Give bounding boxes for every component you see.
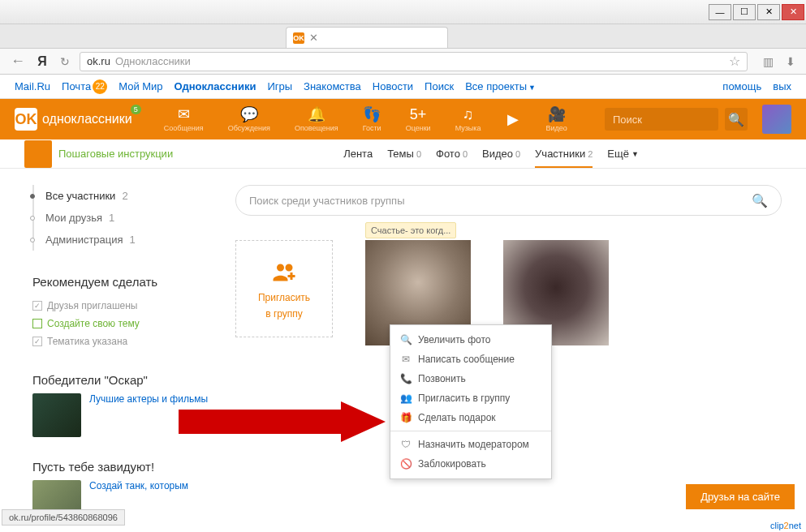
search-link[interactable]: Поиск	[425, 80, 454, 92]
member-context-menu: 🔍Увеличить фото ✉Написать сообщение 📞Поз…	[390, 324, 552, 479]
invite-to-group-card[interactable]: Пригласить в группу	[235, 240, 333, 337]
tab-bar: OK ✕	[0, 24, 806, 49]
friends-on-site-button[interactable]: Друзья на сайте	[686, 484, 795, 509]
tab-more[interactable]: Ещё▼	[607, 148, 639, 160]
group-avatar[interactable]	[24, 140, 52, 168]
tab-videos[interactable]: Видео0	[482, 148, 520, 160]
window-chrome: — ☐ ✕ ✕	[0, 0, 806, 24]
minimize-button[interactable]: —	[709, 4, 731, 20]
footprints-icon: 👣	[364, 106, 380, 122]
nav-label: Сообщения	[164, 124, 204, 132]
music-icon: ♫	[460, 106, 476, 122]
maximize-button[interactable]: ☐	[733, 4, 756, 20]
search-button[interactable]: 🔍	[725, 108, 748, 131]
play-icon: ▶	[505, 111, 521, 127]
url-domain: ok.ru	[87, 55, 110, 67]
sidebar: Все участники 2 Мои друзья 1 Администрац…	[0, 169, 211, 532]
phone-icon: 📞	[400, 373, 412, 384]
chevron-down-icon: ▼	[631, 150, 639, 158]
ok-logo[interactable]: OK одноклассники 5	[15, 108, 148, 131]
nav-label: Оценки	[406, 124, 431, 132]
ctx-invite-group[interactable]: 👥Пригласить в группу	[390, 388, 551, 408]
music-nav[interactable]: ♫Музыка	[455, 106, 481, 132]
nav-label: Оповещения	[295, 124, 338, 132]
mailru-link[interactable]: Mail.Ru	[15, 80, 50, 92]
ctx-send-gift[interactable]: 🎁Сделать подарок	[390, 408, 551, 427]
notification-badge: 5	[131, 105, 141, 114]
bell-icon: 🔔	[308, 106, 325, 122]
promo-oscar-title: Победители "Оскар"	[32, 373, 211, 387]
tab-feed[interactable]: Лента	[343, 148, 373, 160]
chevron-down-icon: ▼	[528, 84, 536, 92]
rec-create-topic[interactable]: Создайте свою тему	[32, 315, 211, 332]
magnifier-icon[interactable]: 🔍	[752, 193, 768, 208]
discussions-nav[interactable]: 💬Обсуждения	[228, 106, 270, 132]
ctx-make-moderator[interactable]: 🛡Назначить модератором	[390, 435, 551, 454]
checkbox-icon	[32, 319, 42, 328]
group-icon: 👥	[400, 393, 412, 404]
ok-logo-text: одноклассники	[42, 112, 132, 127]
extension-icon[interactable]: ▥	[761, 54, 775, 69]
mailru-nav: Mail.Ru Почта22 Мой Мир Одноклассники Иг…	[0, 75, 806, 99]
members-search-input[interactable]: Поиск среди участников группы 🔍	[235, 185, 782, 216]
news-link[interactable]: Новости	[373, 80, 413, 92]
mail-link[interactable]: Почта22	[62, 79, 107, 94]
address-bar[interactable]: ok.ru Одноклассники ☆	[80, 52, 748, 71]
ctx-zoom-photo[interactable]: 🔍Увеличить фото	[390, 330, 551, 350]
filter-my-friends[interactable]: Мои друзья 1	[34, 207, 211, 229]
tab-close-icon[interactable]: ✕	[309, 32, 318, 44]
yandex-logo[interactable]: Я	[34, 54, 50, 70]
group-instructions[interactable]: Пошаговые инструкции	[58, 148, 173, 160]
filter-all-members[interactable]: Все участники 2	[34, 185, 211, 207]
guests-nav[interactable]: 👣Гости	[363, 106, 381, 132]
mymir-link[interactable]: Мой Мир	[119, 80, 162, 92]
nav-label: Обсуждения	[228, 124, 270, 132]
invite-line2: в группу	[265, 308, 303, 320]
ok-link[interactable]: Одноклассники	[175, 80, 256, 92]
video-nav[interactable]: 🎥Видео	[545, 106, 567, 132]
tab-topics[interactable]: Темы0	[387, 148, 421, 160]
download-icon[interactable]: ⬇	[783, 54, 798, 69]
close-button[interactable]: ✕	[782, 4, 804, 20]
dating-link[interactable]: Знакомства	[304, 80, 361, 92]
nav-label: Музыка	[455, 124, 481, 132]
check-icon: ✓	[32, 337, 42, 346]
games-link[interactable]: Игры	[267, 80, 292, 92]
browser-tab[interactable]: OK ✕	[286, 27, 448, 48]
help-link[interactable]: помощь	[722, 80, 761, 92]
browser-status-bar: ok.ru/profile/543860868096	[2, 509, 125, 526]
separator	[390, 431, 551, 431]
magnifier-icon: 🔍	[400, 334, 412, 345]
user-avatar[interactable]	[762, 105, 791, 134]
ok-search-input[interactable]: Поиск	[605, 108, 718, 131]
bookmark-star-icon[interactable]: ☆	[729, 54, 740, 69]
ok-header: OK одноклассники 5 ✉Сообщения 💬Обсуждени…	[0, 99, 806, 139]
allprojects-link[interactable]: Все проекты▼	[465, 80, 536, 92]
tab-members[interactable]: Участники2	[535, 148, 593, 168]
reload-icon[interactable]: ↻	[57, 54, 73, 70]
back-arrow-icon[interactable]: ←	[8, 52, 28, 71]
member-status: Счастье- это когд...	[365, 222, 456, 238]
rec-friends-invited[interactable]: ✓Друзья приглашены	[32, 297, 211, 315]
group-add-icon	[269, 258, 299, 287]
video-icon: 🎥	[549, 106, 565, 122]
ctx-write-message[interactable]: ✉Написать сообщение	[390, 350, 551, 369]
gift-icon: 🎁	[400, 412, 412, 423]
clip2net-watermark: clip2net	[770, 521, 801, 530]
recommend-heading: Рекомендуем сделать	[32, 275, 211, 289]
notifications-nav[interactable]: 🔔Оповещения	[295, 106, 338, 132]
play-nav[interactable]: ▶	[505, 111, 521, 127]
window-button[interactable]: ✕	[757, 4, 780, 20]
promo-image	[32, 393, 81, 437]
rec-theme-set[interactable]: ✓Тематика указана	[32, 332, 211, 350]
messages-nav[interactable]: ✉Сообщения	[164, 106, 204, 132]
envelope-icon: ✉	[400, 354, 412, 365]
filter-admins[interactable]: Администрация 1	[34, 229, 211, 251]
ctx-block[interactable]: 🚫Заблокировать	[390, 454, 551, 474]
chat-icon: 💬	[241, 106, 257, 122]
ctx-call[interactable]: 📞Позвонить	[390, 369, 551, 388]
exit-link[interactable]: вых	[773, 80, 791, 92]
tab-photos[interactable]: Фото0	[436, 148, 468, 160]
ok-logo-icon: OK	[15, 108, 37, 131]
ratings-nav[interactable]: 5+Оценки	[406, 106, 431, 132]
